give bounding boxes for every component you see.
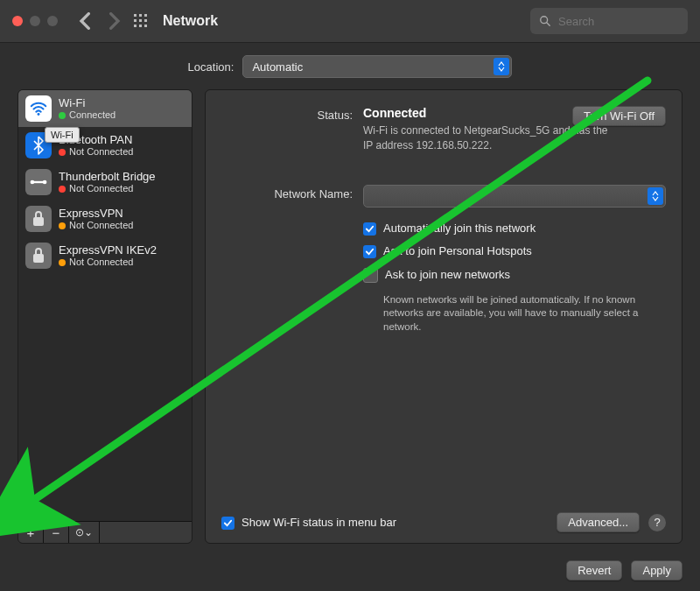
show-status-checkbox[interactable]: Show Wi-Fi status in menu bar <box>221 516 396 530</box>
revert-button[interactable]: Revert <box>566 560 622 580</box>
hotspots-checkbox[interactable]: Ask to join Personal Hotspots <box>363 244 666 258</box>
wifi-tooltip: Wi-Fi <box>45 127 80 143</box>
svg-rect-1 <box>139 14 142 17</box>
titlebar: Network <box>0 0 700 43</box>
service-item-wi-fi[interactable]: Wi-FiConnected <box>18 90 192 127</box>
network-name-select[interactable] <box>363 185 666 208</box>
svg-point-11 <box>38 113 40 116</box>
status-dot-icon <box>59 149 66 156</box>
zoom-window-button[interactable] <box>47 16 58 26</box>
checkbox-checked-icon <box>363 245 376 258</box>
show-all-icon[interactable] <box>133 13 149 29</box>
service-status: Not Connected <box>59 220 133 231</box>
service-item-thunderbolt-bridge[interactable]: Thunderbolt BridgeNot Connected <box>18 164 192 201</box>
select-arrows-icon <box>494 58 509 75</box>
status-label: Status: <box>221 106 363 122</box>
checkbox-checked-icon <box>221 517 234 530</box>
detail-panel: Turn Wi-Fi Off Status: Connected Wi-Fi i… <box>205 89 682 544</box>
network-preferences-window: Network Location: Automatic Wi-FiConnect… <box>0 0 700 591</box>
hotspots-label: Ask to join Personal Hotspots <box>383 244 532 257</box>
close-window-button[interactable] <box>12 16 23 26</box>
wifi-icon <box>25 95 52 122</box>
svg-rect-14 <box>33 181 45 183</box>
svg-rect-8 <box>144 25 147 27</box>
svg-rect-4 <box>139 19 142 22</box>
service-status: Not Connected <box>59 257 157 268</box>
vpn-icon <box>25 243 52 269</box>
advanced-button[interactable]: Advanced... <box>556 512 640 532</box>
svg-rect-7 <box>139 25 142 27</box>
checkbox-checked-icon <box>363 222 376 236</box>
bottom-bar: Revert Apply <box>566 560 682 580</box>
back-button[interactable] <box>77 12 94 30</box>
new-networks-checkbox[interactable]: Ask to join new networks Known networks … <box>363 267 666 334</box>
main-footer: Show Wi-Fi status in menu bar Advanced..… <box>221 512 666 532</box>
svg-rect-3 <box>134 19 136 22</box>
location-value: Automatic <box>252 60 303 74</box>
window-controls <box>12 16 58 26</box>
help-button[interactable]: ? <box>648 514 666 531</box>
auto-join-checkbox[interactable]: Automatically join this network <box>363 222 666 236</box>
add-service-button[interactable]: + <box>18 522 44 543</box>
svg-line-10 <box>547 23 550 26</box>
service-status: Not Connected <box>59 183 156 194</box>
svg-rect-0 <box>134 14 136 17</box>
services-list: Wi-FiConnectedBluetooth PANNot Connected… <box>18 90 192 521</box>
status-dot-icon <box>59 112 66 119</box>
service-name: ExpressVPN IKEv2 <box>59 243 157 257</box>
new-networks-label: Ask to join new networks <box>385 268 510 281</box>
svg-rect-6 <box>134 25 136 27</box>
status-description: Wi-Fi is connected to NetgearSucks_5G an… <box>363 123 617 153</box>
forward-button[interactable] <box>105 12 122 30</box>
vpn-icon <box>25 206 52 232</box>
remove-service-button[interactable]: − <box>44 522 69 543</box>
show-status-label: Show Wi-Fi status in menu bar <box>242 516 396 529</box>
tb-icon <box>25 169 52 195</box>
network-name-label: Network Name: <box>221 185 363 201</box>
auto-join-label: Automatically join this network <box>383 222 536 235</box>
sidebar-footer: + − ⊙⌄ <box>18 521 192 543</box>
network-name-row: Network Name: Automatically join this ne… <box>221 185 666 343</box>
checkbox-unchecked-icon <box>363 268 378 283</box>
service-name: Wi-Fi <box>59 96 116 110</box>
service-status: Connected <box>59 109 116 121</box>
status-dot-icon <box>59 186 66 193</box>
location-bar: Location: Automatic <box>0 43 700 90</box>
new-networks-description: Known networks will be joined automatica… <box>383 293 646 334</box>
svg-rect-2 <box>144 14 147 17</box>
minimize-window-button[interactable] <box>30 16 40 26</box>
select-arrows-icon <box>648 187 663 205</box>
search-field[interactable] <box>530 8 688 34</box>
service-name: Thunderbolt Bridge <box>59 170 156 184</box>
status-dot-icon <box>59 259 66 266</box>
svg-rect-16 <box>33 254 44 263</box>
location-select[interactable]: Automatic <box>242 55 512 78</box>
svg-rect-15 <box>33 217 44 226</box>
search-input[interactable] <box>556 14 679 29</box>
svg-rect-5 <box>144 19 147 22</box>
service-status: Not Connected <box>59 146 133 158</box>
apply-button[interactable]: Apply <box>631 560 682 580</box>
window-title: Network <box>163 13 218 29</box>
services-sidebar: Wi-FiConnectedBluetooth PANNot Connected… <box>18 89 192 544</box>
status-dot-icon <box>59 222 66 229</box>
service-item-expressvpn[interactable]: ExpressVPNNot Connected <box>18 201 192 237</box>
service-actions-button[interactable]: ⊙⌄ <box>69 522 100 543</box>
search-icon <box>539 15 551 27</box>
service-item-expressvpn-ikev2[interactable]: ExpressVPN IKEv2Not Connected <box>18 237 192 274</box>
body: Wi-FiConnectedBluetooth PANNot Connected… <box>18 89 682 544</box>
service-name: ExpressVPN <box>59 207 133 221</box>
turn-wifi-off-button[interactable]: Turn Wi-Fi Off <box>572 106 666 126</box>
location-label: Location: <box>188 60 234 74</box>
